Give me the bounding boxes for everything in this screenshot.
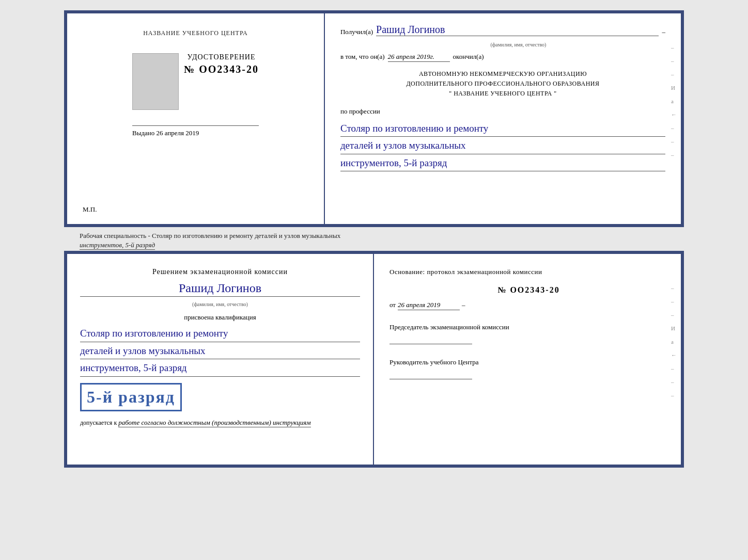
org-block: АВТОНОМНУЮ НЕКОММЕРЧЕСКУЮ ОРГАНИЗАЦИЮ ДО…	[340, 69, 665, 99]
vydano-line: Выдано 26 апреля 2019	[132, 125, 259, 137]
profession-lines: Столяр по изготовлению и ремонту деталей…	[340, 121, 665, 172]
protocol-number: № OO2343-20	[389, 285, 668, 295]
qual-line1: Столяр по изготовлению и ремонту	[80, 327, 360, 342]
vydano-date: 26 апреля 2019	[157, 129, 199, 137]
top-document: НАЗВАНИЕ УЧЕБНОГО ЦЕНТРА УДОСТОВЕРЕНИЕ №…	[64, 10, 684, 227]
bottom-document: Решением экзаменационной комиссии Рашид …	[64, 251, 684, 468]
photo-placeholder	[132, 53, 179, 110]
qual-line3: инструментов, 5-й разряд	[80, 361, 360, 377]
predsedatel-signature	[389, 334, 472, 344]
okonchil-label: окончил(а)	[453, 53, 484, 61]
vtom-date: 26 апреля 2019г.	[388, 53, 450, 62]
recipient-name-top: Рашид Логинов	[376, 24, 659, 36]
profession-label: по профессии	[340, 107, 665, 116]
qual-lines: Столяр по изготовлению и ремонту деталей…	[80, 326, 360, 377]
predsedatel-text: Председатель экзаменационной комиссии	[389, 323, 668, 332]
vtom-line: в том, что он(а) 26 апреля 2019г. окончи…	[340, 53, 665, 62]
prof-line2: деталей и узлов музыкальных	[340, 139, 665, 154]
poluchil-line: Получил(а) Рашид Логинов –	[340, 24, 665, 36]
specialty-text: Рабочая специальность - Столяр по изгото…	[64, 227, 684, 251]
rukovoditel-block: Руководитель учебного Центра	[389, 358, 668, 379]
bottom-doc-left: Решением экзаменационной комиссии Рашид …	[67, 254, 374, 465]
osnovanie-text: Основание: протокол экзаменационной коми…	[389, 267, 668, 277]
top-left-title: НАЗВАНИЕ УЧЕБНОГО ЦЕНТРА	[143, 29, 248, 38]
ot-date: 26 апреля 2019	[398, 301, 460, 310]
specialty-text2: инструментов, 5-й разряд	[80, 241, 155, 250]
rukovoditel-signature	[389, 369, 472, 379]
bottom-name: Рашид Логинов	[80, 281, 360, 297]
prof-line3: инструментов, 5-й разряд	[340, 156, 665, 172]
predsedatel-block: Председатель экзаменационной комиссии	[389, 323, 668, 344]
org-line3: " НАЗВАНИЕ УЧЕБНОГО ЦЕНТРА "	[340, 89, 665, 99]
specialty-section: Рабочая специальность - Столяр по изгото…	[64, 227, 684, 251]
mp-label: М.П.	[83, 205, 97, 214]
resheniem-text: Решением экзаменационной комиссии	[80, 267, 360, 277]
org-line1: АВТОНОМНУЮ НЕКОММЕРЧЕСКУЮ ОРГАНИЗАЦИЮ	[340, 69, 665, 79]
poluchil-label: Получил(а)	[340, 28, 373, 36]
org-line2: ДОПОЛНИТЕЛЬНОГО ПРОФЕССИОНАЛЬНОГО ОБРАЗО…	[340, 79, 665, 89]
prof-line1: Столяр по изготовлению и ремонту	[340, 122, 665, 137]
ot-label: от	[389, 301, 396, 309]
vtom-label: в том, что он(а)	[340, 53, 385, 61]
ot-line: от 26 апреля 2019 –	[389, 301, 668, 310]
bottom-name-subtitle: (фамилия, имя, отчество)	[80, 301, 360, 307]
top-doc-right: Получил(а) Рашид Логинов – (фамилия, имя…	[325, 13, 681, 224]
left-main-content: НАЗВАНИЕ УЧЕБНОГО ЦЕНТРА УДОСТОВЕРЕНИЕ №…	[132, 29, 259, 203]
top-doc-left: НАЗВАНИЕ УЧЕБНОГО ЦЕНТРА УДОСТОВЕРЕНИЕ №…	[67, 13, 325, 224]
udost-label: УДОСТОВЕРЕНИЕ	[184, 53, 259, 61]
right-decoration-bottom: – – – И а ← – – –	[671, 285, 677, 398]
dopuskaetsya-label: допускается к	[80, 419, 117, 426]
page-container: НАЗВАНИЕ УЧЕБНОГО ЦЕНТРА УДОСТОВЕРЕНИЕ №…	[10, 10, 738, 468]
rukovoditel-text: Руководитель учебного Центра	[389, 358, 668, 367]
bottom-doc-right: Основание: протокол экзаменационной коми…	[374, 254, 681, 465]
prisvoena-text: присвоена квалификация	[80, 313, 360, 322]
dopuskaetsya-text: допускается к работе согласно должностны…	[80, 418, 360, 428]
right-decoration-top: – – – И а ← – – –	[671, 44, 677, 158]
udostoverenie-block: УДОСТОВЕРЕНИЕ № OO2343-20	[184, 53, 259, 75]
rank-box: 5-й разряд	[80, 383, 182, 411]
dopuskaetsya-value: работе согласно должностным (производств…	[118, 419, 310, 427]
udost-number: № OO2343-20	[184, 63, 259, 75]
rank-big-text: 5-й разряд	[87, 388, 175, 406]
left-inner-row: УДОСТОВЕРЕНИЕ № OO2343-20	[132, 53, 259, 110]
qual-line2: деталей и узлов музыкальных	[80, 344, 360, 360]
name-subtitle-top: (фамилия, имя, отчество)	[371, 42, 665, 47]
vydano-label: Выдано	[132, 129, 154, 137]
